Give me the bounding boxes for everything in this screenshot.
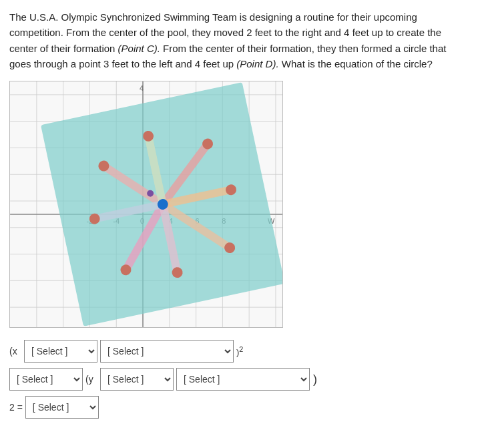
eq-open-paren-x: (x xyxy=(9,346,21,357)
equation-area: (x [ Select ] -8-6-4-3 -2-101 2345 678 [… xyxy=(9,340,469,419)
equation-row-2: [ Select ] +-= (y [ Select ] -8-6-4-3 -2… xyxy=(9,368,469,391)
eq-middle-label-y: (y xyxy=(85,374,97,385)
eq-row1-select1[interactable]: [ Select ] -8-6-4-3 -2-101 2345 678 xyxy=(24,340,97,363)
equation-row-3: 2 = [ Select ] 1245 891625 50 xyxy=(9,396,469,419)
eq-row2-close-paren: ) xyxy=(312,373,324,387)
problem-container: The U.S.A. Olympic Synchronized Swimming… xyxy=(9,9,469,419)
graph-grid: -4 -2 0 4 6 8 W 4 xyxy=(10,81,282,327)
eq-row1-select2[interactable]: [ Select ] -8-6-4-3 -2-101 2345 678 xyxy=(100,340,234,363)
coordinate-graph: -4 -2 0 4 6 8 W 4 xyxy=(9,81,283,328)
eq-row3-prefix: 2 = xyxy=(9,402,23,413)
eq-row3-select1[interactable]: [ Select ] 1245 891625 50 xyxy=(25,396,99,419)
eq-row2-select3[interactable]: [ Select ] -8-6-4-3 -2-101 2345 678 xyxy=(176,368,310,391)
eq-row2-select2[interactable]: [ Select ] -8-6-4-3 -2-101 2345 678 xyxy=(100,368,174,391)
svg-text:4: 4 xyxy=(140,84,144,92)
eq-row1-suffix: )2 xyxy=(236,346,248,357)
problem-text: The U.S.A. Olympic Synchronized Swimming… xyxy=(9,9,469,71)
equation-row-1: (x [ Select ] -8-6-4-3 -2-101 2345 678 [… xyxy=(9,340,469,363)
problem-text-part3: What is the equation of the circle? xyxy=(279,58,433,69)
point-d-label: (Point D). xyxy=(236,58,278,69)
eq-row2-select1[interactable]: [ Select ] +-= xyxy=(9,368,83,391)
point-c-label: (Point C). xyxy=(118,43,160,54)
